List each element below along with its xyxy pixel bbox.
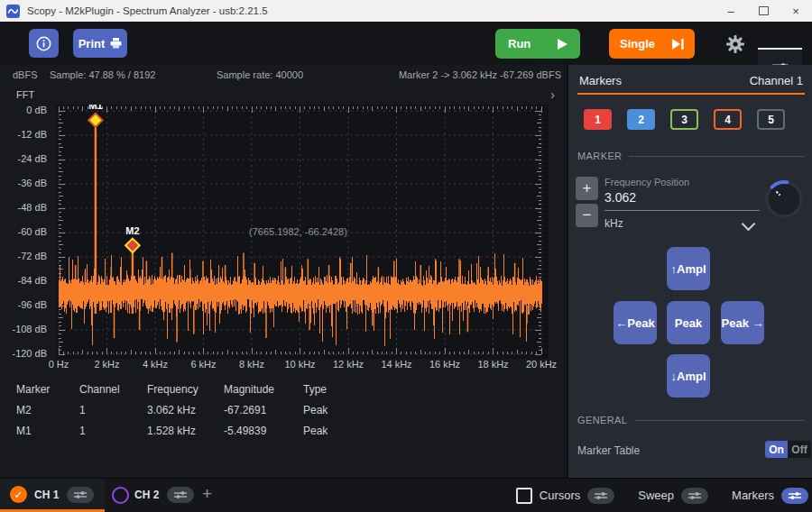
- marker-button-5[interactable]: 5: [757, 109, 785, 130]
- marker-table-cell: Peak: [303, 425, 357, 437]
- marker-table-cell: -5.49839: [224, 425, 303, 437]
- chevron-down-icon[interactable]: [742, 217, 756, 232]
- y-axis-tick-label: -36 dB: [0, 178, 47, 188]
- cursors-settings-button[interactable]: [587, 488, 614, 504]
- frequency-position-label: Frequency Position: [604, 177, 689, 187]
- x-axis-tick-label: 6 kHz: [180, 359, 227, 370]
- frequency-decrement-button[interactable]: −: [576, 204, 598, 227]
- plot-annotation: (7665.1982, -66.2428): [249, 226, 347, 237]
- single-label: Single: [620, 37, 655, 50]
- single-button[interactable]: Single: [609, 29, 695, 59]
- marker-table-cell: 3.062 kHz: [147, 404, 224, 416]
- maximize-icon: [759, 6, 769, 15]
- markers-label: Markers: [732, 489, 774, 502]
- toolbar: Print Run Single: [0, 22, 812, 65]
- expand-chevron-icon[interactable]: ›: [550, 87, 555, 102]
- marker-table-row: M111.528 kHz-5.49839Peak: [0, 420, 567, 441]
- gear-icon[interactable]: [725, 34, 745, 54]
- sample-status: Sample: 47.88 % / 8192: [50, 69, 155, 80]
- marker-table-header-cell: Channel: [79, 383, 147, 396]
- bottom-bar: ✓ CH 1 CH 2 + Cursors Sweep Markers: [0, 478, 812, 512]
- sliders-icon: [594, 488, 608, 504]
- amplitude-up-button[interactable]: ↑Ampl: [667, 247, 710, 290]
- frequency-value-input[interactable]: 3.062: [604, 190, 636, 205]
- close-button[interactable]: ×: [780, 0, 812, 22]
- y-axis-tick-label: -108 dB: [0, 324, 47, 334]
- sweep-settings-button[interactable]: [681, 488, 708, 504]
- y-axis-tick-label: -12 dB: [0, 129, 47, 140]
- marker-table-header-cell: Magnitude: [224, 383, 303, 396]
- frequency-increment-button[interactable]: +: [576, 177, 598, 200]
- info-button[interactable]: [29, 29, 59, 58]
- marker-table-row: M213.062 kHz-67.2691Peak: [0, 399, 567, 420]
- markers-settings-button[interactable]: [781, 488, 808, 504]
- marker-table: MarkerChannelFrequencyMagnitudeTypeM213.…: [0, 379, 567, 441]
- channel2-label: CH 2: [134, 489, 159, 501]
- sliders-icon: [173, 487, 188, 503]
- cursors-checkbox[interactable]: [516, 488, 532, 504]
- marker-diamond-M2: [125, 239, 140, 253]
- amplitude-down-button[interactable]: ↓Ampl: [667, 354, 710, 398]
- frequency-unit-select[interactable]: kHz: [604, 217, 623, 230]
- channel1-settings-button[interactable]: [67, 487, 94, 503]
- marker-readout: Marker 2 -> 3.062 kHz -67.269 dBFS: [399, 69, 561, 80]
- y-axis-tick-label: -96 dB: [0, 299, 47, 310]
- marker-table-header-cell: Marker: [16, 383, 79, 396]
- marker-table-cell: 1: [79, 404, 147, 416]
- x-axis-tick-label: 18 kHz: [470, 359, 517, 370]
- spectrum-plot[interactable]: M1M2(7665.1982, -66.2428): [56, 105, 549, 359]
- marker-table-cell: M2: [16, 404, 79, 416]
- print-button[interactable]: Print: [73, 29, 127, 58]
- peak-left-button[interactable]: ←Peak: [614, 301, 657, 344]
- marker-select-buttons: 12345: [584, 109, 800, 130]
- marker-button-2[interactable]: 2: [627, 109, 655, 130]
- marker-table-toggle[interactable]: On Off: [765, 441, 811, 458]
- marker-table-cell: 1: [79, 425, 147, 437]
- marker-table-header-cell: Type: [303, 383, 357, 396]
- sliders-icon: [73, 487, 88, 503]
- x-axis-tick-label: 4 kHz: [132, 359, 179, 370]
- sliders-icon: [788, 488, 802, 504]
- y-axis-tick-label: -84 dB: [0, 275, 47, 286]
- peak-right-button[interactable]: Peak →: [721, 301, 764, 344]
- channel2-enable-checkbox[interactable]: [112, 487, 129, 504]
- maximize-button[interactable]: [747, 0, 780, 22]
- marker-table-header: MarkerChannelFrequencyMagnitudeType: [0, 379, 567, 399]
- panel-divider: [577, 93, 805, 95]
- channel2-settings-button[interactable]: [167, 487, 194, 503]
- marker-button-1[interactable]: 1: [584, 109, 612, 130]
- titlebar: Scopy - M2kPlugin - Spectrum Analyzer - …: [0, 0, 812, 23]
- marker-section-heading: MARKER: [577, 151, 805, 161]
- status-row: dBFS Sample: 47.88 % / 8192 Sample rate:…: [0, 69, 567, 84]
- window-title: Scopy - M2kPlugin - Spectrum Analyzer - …: [27, 5, 268, 16]
- marker-table-cell: 1.528 kHz: [147, 425, 224, 437]
- markers-panel: Markers Channel 1 12345 MARKER + − Frequ…: [567, 65, 812, 478]
- y-axis-tick-label: -60 dB: [0, 226, 47, 237]
- x-axis-tick-label: 10 kHz: [277, 359, 324, 370]
- toggle-on[interactable]: On: [765, 441, 788, 458]
- minimize-button[interactable]: –: [715, 0, 747, 22]
- peak-button[interactable]: Peak: [667, 301, 710, 344]
- printer-icon: [110, 38, 122, 49]
- bottom-right-toggles: Cursors Sweep Markers: [516, 479, 808, 512]
- x-axis-tick-label: 14 kHz: [374, 359, 420, 370]
- x-axis-tick-label: 20 kHz: [518, 359, 565, 370]
- play-to-end-icon: [672, 39, 684, 50]
- toggle-off[interactable]: Off: [788, 441, 811, 458]
- x-axis-tick-label: 12 kHz: [325, 359, 372, 370]
- scopy-logo-icon: [6, 5, 20, 18]
- marker-button-3[interactable]: 3: [670, 109, 698, 130]
- add-channel-button[interactable]: +: [202, 484, 212, 504]
- sliders-icon: [687, 488, 702, 504]
- marker-table-header-cell: Frequency: [147, 383, 224, 396]
- app-window: Scopy - M2kPlugin - Spectrum Analyzer - …: [0, 0, 812, 512]
- channel1-enable-checkbox[interactable]: ✓: [10, 486, 27, 503]
- marker-label-M1: M1: [88, 105, 102, 111]
- y-axis-tick-label: -72 dB: [0, 251, 47, 261]
- print-label: Print: [78, 37, 106, 50]
- frequency-knob[interactable]: [763, 178, 805, 224]
- y-axis-tick-label: 0 dB: [0, 105, 47, 115]
- marker-button-4[interactable]: 4: [714, 109, 742, 130]
- run-button[interactable]: Run: [495, 29, 580, 59]
- panel-channel-label[interactable]: Channel 1: [750, 74, 803, 87]
